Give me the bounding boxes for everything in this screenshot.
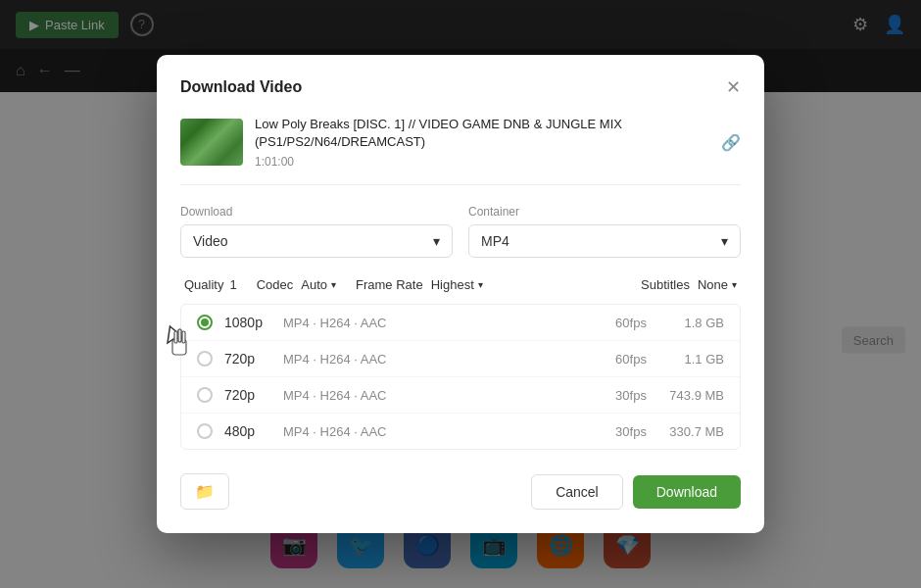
modal-footer: 📁 Cancel Download: [180, 469, 741, 510]
radio-720p-60: [197, 351, 213, 367]
modal-title: Download Video: [180, 78, 302, 96]
quality-fps-720p-60: 60fps: [606, 352, 655, 367]
download-button[interactable]: Download: [633, 475, 741, 509]
video-thumbnail: [180, 119, 243, 166]
subtitles-label: Subtitles: [641, 277, 690, 292]
quality-row-720p-60[interactable]: 720p MP4 · H264 · AAC 60fps 1.1 GB: [181, 341, 740, 377]
quality-fps-1080p-60: 60fps: [606, 316, 655, 330]
quality-codec-1080p-60: MP4 · H264 · AAC: [283, 316, 606, 330]
quality-size-720p-30: 743.9 MB: [655, 388, 724, 403]
codec-label: Codec: [257, 277, 294, 292]
footer-right: Cancel Download: [531, 474, 741, 510]
quality-list: 1080p MP4 · H264 · AAC 60fps 1.8 GB 720p…: [180, 304, 741, 450]
footer-left: 📁: [180, 473, 229, 510]
quality-res-720p-30: 720p: [224, 387, 283, 403]
radio-dot-1080p-60: [201, 318, 209, 326]
quality-res-480p-30: 480p: [224, 423, 283, 439]
quality-res-1080p-60: 1080p: [224, 315, 283, 330]
subtitles-value: None: [698, 277, 728, 292]
quality-label: Quality: [184, 277, 223, 292]
cancel-button[interactable]: Cancel: [531, 474, 623, 510]
quality-res-720p-60: 720p: [224, 351, 283, 367]
thumbnail-image: [180, 119, 243, 166]
quality-size-480p-30: 330.7 MB: [655, 424, 724, 439]
download-type-value: Video: [193, 233, 228, 249]
download-label: Download: [180, 205, 453, 219]
frame-rate-value: Highest: [431, 277, 474, 292]
radio-480p-30: [197, 423, 213, 439]
container-type-group: Container MP4 ▾: [468, 205, 741, 258]
quality-row-1080p-60[interactable]: 1080p MP4 · H264 · AAC 60fps 1.8 GB: [181, 305, 740, 341]
radio-720p-30: [197, 387, 213, 403]
video-details: Low Poly Breaks [DISC. 1] // VIDEO GAME …: [255, 116, 709, 169]
quality-size-1080p-60: 1.8 GB: [655, 316, 724, 330]
video-duration: 1:01:00: [255, 155, 709, 169]
quality-size-720p-60: 1.1 GB: [655, 352, 724, 367]
codec-chevron: ▾: [331, 279, 336, 290]
download-type-group: Download Video ▾: [180, 205, 453, 258]
modal-close-button[interactable]: ✕: [726, 78, 741, 96]
codec-value: Auto: [301, 277, 327, 292]
quality-codec-720p-30: MP4 · H264 · AAC: [283, 388, 606, 403]
link-icon[interactable]: 🔗: [721, 133, 741, 152]
download-type-select[interactable]: Video ▾: [180, 224, 453, 258]
subtitles-chevron: ▾: [732, 279, 737, 290]
modal-header: Download Video ✕: [180, 78, 741, 96]
subtitles-filter[interactable]: Subtitles None ▾: [641, 277, 737, 292]
frame-rate-filter[interactable]: Frame Rate Highest ▾: [356, 277, 483, 292]
video-title: Low Poly Breaks [DISC. 1] // VIDEO GAME …: [255, 116, 709, 151]
video-info: Low Poly Breaks [DISC. 1] // VIDEO GAME …: [180, 116, 741, 185]
quality-codec-720p-60: MP4 · H264 · AAC: [283, 352, 606, 367]
frame-rate-label: Frame Rate: [356, 277, 423, 292]
quality-row-720p-30[interactable]: 720p MP4 · H264 · AAC 30fps 743.9 MB: [181, 377, 740, 414]
modal-overlay: Download Video ✕ Low Poly Breaks [DISC. …: [0, 0, 921, 588]
options-header: Quality 1 Codec Auto ▾ Frame Rate Highes…: [180, 277, 741, 292]
options-left: Quality 1 Codec Auto ▾ Frame Rate Highes…: [184, 277, 483, 292]
folder-button[interactable]: 📁: [180, 473, 229, 510]
dropdowns-row: Download Video ▾ Container MP4 ▾: [180, 205, 741, 258]
quality-count: 1: [229, 277, 236, 292]
radio-1080p-60: [197, 315, 213, 330]
quality-fps-720p-30: 30fps: [606, 388, 655, 403]
quality-codec-480p-30: MP4 · H264 · AAC: [283, 424, 606, 439]
quality-filter[interactable]: Quality 1: [184, 277, 237, 292]
quality-row-480p-30[interactable]: 480p MP4 · H264 · AAC 30fps 330.7 MB: [181, 414, 740, 449]
download-modal: Download Video ✕ Low Poly Breaks [DISC. …: [157, 55, 764, 533]
container-type-select[interactable]: MP4 ▾: [468, 224, 741, 258]
codec-filter[interactable]: Codec Auto ▾: [257, 277, 336, 292]
container-type-chevron: ▾: [721, 233, 728, 249]
quality-fps-480p-30: 30fps: [606, 424, 655, 439]
frame-rate-chevron: ▾: [478, 279, 483, 290]
download-type-chevron: ▾: [433, 233, 440, 249]
container-label: Container: [468, 205, 741, 219]
container-type-value: MP4: [481, 233, 509, 249]
